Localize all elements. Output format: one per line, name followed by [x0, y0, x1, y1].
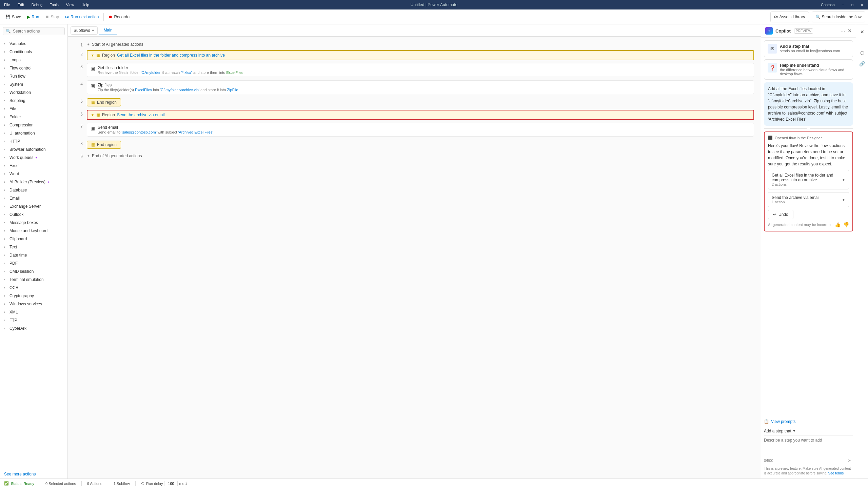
recorder-button[interactable]: ⏺ Recorder: [106, 12, 133, 22]
sidebar-item-windows-services[interactable]: › Windows services: [0, 300, 67, 308]
sidebar-search: 🔍: [0, 24, 67, 38]
sidebar-item-label: Text: [9, 245, 17, 249]
chevron-right-icon: ›: [4, 310, 7, 314]
action-row[interactable]: ▣ Send email Send email to 'sales@contos…: [87, 123, 754, 137]
menu-file[interactable]: File: [3, 2, 12, 7]
sidebar-item-folder[interactable]: › Folder: [0, 113, 67, 121]
menu-tools[interactable]: Tools: [48, 2, 60, 7]
sidebar-item-cmd-session[interactable]: › CMD session: [0, 267, 67, 276]
sidebar-item-ftp[interactable]: › FTP: [0, 316, 67, 324]
main-tab[interactable]: Main: [99, 26, 117, 35]
see-terms-link[interactable]: See terms: [828, 471, 844, 475]
suggestion-help[interactable]: ❓ Help me understand the difference betw…: [764, 59, 853, 80]
thumbs-down-icon[interactable]: 👎: [843, 222, 849, 227]
sidebar-item-work-queues[interactable]: › Work queues ♦: [0, 154, 67, 162]
region-header[interactable]: ▼ ▦ Region Send the archive via email: [87, 110, 754, 120]
send-button[interactable]: ➤: [846, 457, 853, 464]
sidebar-item-message-boxes[interactable]: › Message boxes: [0, 219, 67, 227]
sidebar-item-outlook[interactable]: › Outlook: [0, 210, 67, 219]
sidebar-item-ui-automation[interactable]: › UI automation: [0, 129, 67, 137]
menu-help[interactable]: Help: [80, 2, 91, 7]
sidebar-item-cryptography[interactable]: › Cryptography: [0, 292, 67, 300]
action-text: Send email Send email to 'sales@contoso.…: [98, 125, 750, 134]
sidebar-item-flow-control[interactable]: › Flow control: [0, 64, 67, 72]
search-flow-button[interactable]: 🔍 Search inside the flow: [812, 12, 865, 22]
right-icon-3[interactable]: 🔗: [857, 59, 867, 68]
sidebar-item-file[interactable]: › File: [0, 105, 67, 113]
sidebar-item-conditionals[interactable]: › Conditionals: [0, 48, 67, 56]
step-number: 1: [75, 41, 83, 47]
step-content: ▦End region: [87, 139, 754, 150]
thumbs-up-icon[interactable]: 👍: [835, 222, 841, 227]
right-icon-2[interactable]: ⬡: [857, 48, 867, 58]
sidebar-item-terminal-emulation[interactable]: › Terminal emulation: [0, 276, 67, 284]
stop-button[interactable]: ⏹ Stop: [42, 12, 62, 22]
premium-icon: ♦: [35, 156, 37, 159]
sidebar-item-text[interactable]: › Text: [0, 243, 67, 251]
sidebar-item-ocr[interactable]: › OCR: [0, 284, 67, 292]
suggestion-add-step[interactable]: ✉ Add a step that sends an email to lee@…: [764, 40, 853, 57]
sidebar-item-run-flow[interactable]: › Run flow: [0, 72, 67, 80]
search-input[interactable]: [13, 29, 62, 34]
run-button[interactable]: ▶ Run: [24, 12, 42, 22]
step-content: ✦End of AI generated actions: [87, 152, 754, 160]
save-button[interactable]: 💾 Save: [3, 12, 24, 22]
sidebar-item-cyberark[interactable]: › CyberArk: [0, 324, 67, 332]
sidebar-item-http[interactable]: › HTTP: [0, 137, 67, 145]
sidebar-item-xml[interactable]: › XML: [0, 308, 67, 316]
sidebar-item-mouse-and-keyboard[interactable]: › Mouse and keyboard: [0, 227, 67, 235]
sidebar-item-excel[interactable]: › Excel: [0, 162, 67, 170]
sidebar-item-browser-automation[interactable]: › Browser automation: [0, 145, 67, 154]
sidebar-item-system[interactable]: › System: [0, 80, 67, 88]
view-prompts-button[interactable]: 📋 View prompts: [764, 418, 853, 425]
sidebar-item-label: Date time: [9, 253, 27, 258]
end-region-button[interactable]: ▦End region: [87, 98, 121, 106]
end-region-button[interactable]: ▦End region: [87, 141, 121, 149]
sidebar-item-word[interactable]: › Word: [0, 170, 67, 178]
step-number: 8: [75, 139, 83, 146]
sidebar-item-clipboard[interactable]: › Clipboard: [0, 235, 67, 243]
undo-button[interactable]: ↩ Undo: [768, 210, 793, 219]
add-step-button[interactable]: Add a step that ▼: [764, 427, 853, 436]
opened-flow-icon: ⬛: [768, 136, 773, 140]
see-more-button[interactable]: See more actions: [0, 470, 67, 479]
sidebar-item-compression[interactable]: › Compression: [0, 121, 67, 129]
sidebar-item-pdf[interactable]: › PDF: [0, 259, 67, 267]
menu-edit[interactable]: Edit: [16, 2, 25, 7]
step-description-input[interactable]: [764, 438, 853, 455]
flow-group-2: Send the archive via email 1 action ▼: [768, 192, 849, 207]
flow-group-2-header[interactable]: Send the archive via email 1 action ▼: [768, 192, 849, 207]
total-actions-count: 9 Actions: [87, 482, 102, 486]
minimize-button[interactable]: ─: [840, 1, 846, 8]
region-header[interactable]: ▼ ▦ Region Get all Excel files in the fo…: [87, 51, 753, 60]
assets-library-button[interactable]: 🗂 Assets Library: [770, 12, 809, 22]
sidebar-item-label: CyberArk: [9, 326, 26, 331]
sidebar-item-email[interactable]: › Email: [0, 194, 67, 202]
sidebar-item-loops[interactable]: › Loops: [0, 56, 67, 64]
user-name: Contoso: [821, 3, 835, 7]
sidebar-item-database[interactable]: › Database: [0, 186, 67, 194]
region-icon: ▦: [96, 113, 100, 117]
run-next-button[interactable]: ⏭ Run next action: [62, 12, 101, 22]
selected-actions-count: 0 Selected actions: [45, 482, 76, 486]
copilot-close-icon[interactable]: ✕: [848, 28, 852, 34]
sidebar-item-variables[interactable]: › Variables: [0, 40, 67, 48]
step-label: ✦End of AI generated actions: [87, 152, 754, 160]
close-button[interactable]: ✕: [859, 1, 865, 8]
menu-view[interactable]: View: [65, 2, 76, 7]
menu-debug[interactable]: Debug: [30, 2, 44, 7]
maximize-button[interactable]: □: [849, 1, 856, 8]
subflows-button[interactable]: Subflows ▼: [71, 26, 98, 35]
ai-response-message: Add all the Excel files located in "C:\m…: [764, 82, 853, 126]
flow-group-1-header[interactable]: Get all Excel files in the folder and co…: [768, 170, 849, 189]
sidebar-item-scripting[interactable]: › Scripting: [0, 97, 67, 105]
sidebar-item-date-time[interactable]: › Date time: [0, 251, 67, 259]
sidebar-item-ai-builder-(preview)[interactable]: › AI Builder (Preview) ♦: [0, 178, 67, 186]
copilot-more-icon[interactable]: ⋯: [840, 28, 846, 34]
right-icon-1[interactable]: ✕: [857, 27, 867, 37]
action-row[interactable]: ▣ Zip files Zip the file(s)/folder(s) Ex…: [87, 80, 754, 94]
sidebar-item-exchange-server[interactable]: › Exchange Server: [0, 202, 67, 210]
action-row[interactable]: ▣ Get files in folder Retrieve the files…: [87, 63, 754, 77]
sidebar-item-workstation[interactable]: › Workstation: [0, 88, 67, 97]
delay-input[interactable]: [164, 481, 178, 486]
